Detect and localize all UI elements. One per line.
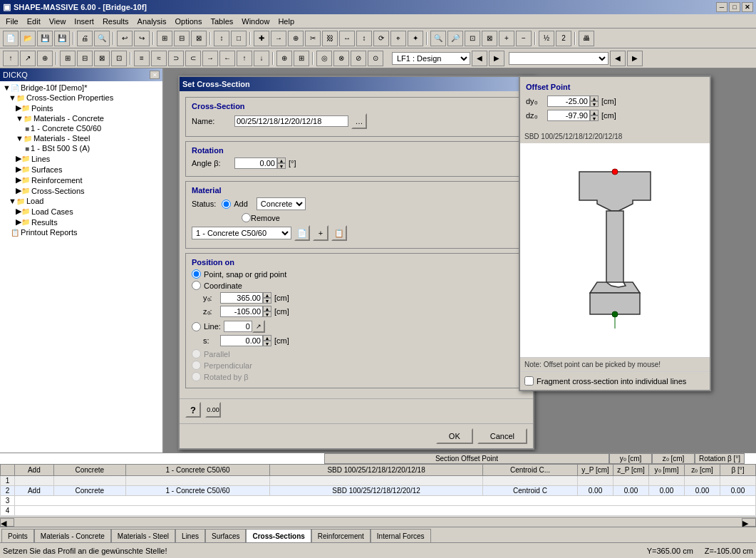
menu-options[interactable]: Options — [171, 16, 207, 27]
new-button[interactable]: 📄 — [3, 31, 19, 46]
cs-browse-button[interactable]: … — [351, 113, 367, 129]
tool7[interactable]: ↕ — [356, 31, 372, 46]
menu-insert[interactable]: Insert — [70, 16, 98, 27]
tree-item-load-cases[interactable]: ▶ 📁 Load Cases — [0, 206, 162, 217]
tab-lines[interactable]: Lines — [175, 529, 205, 542]
menu-analysis[interactable]: Analysis — [133, 16, 171, 27]
mat-icon1[interactable]: 📄 — [294, 225, 310, 241]
tool3[interactable]: ⊕ — [288, 31, 304, 46]
tree-item-points[interactable]: ▶ 📁 Points — [0, 103, 162, 113]
scroll-track[interactable] — [14, 518, 742, 527]
line-browse[interactable]: ↗ — [252, 320, 265, 333]
tab-surfaces[interactable]: Surfaces — [205, 529, 246, 542]
t2-8[interactable]: ≡ — [134, 51, 150, 66]
results-combo[interactable] — [509, 52, 609, 65]
tree-item-surfaces[interactable]: ▶ 📁 Surfaces — [0, 164, 162, 175]
z0-spin-down[interactable]: ▼ — [263, 311, 271, 317]
close-button[interactable]: ✕ — [742, 2, 753, 12]
t2-15[interactable]: ↓ — [254, 51, 269, 66]
dy0-input[interactable] — [547, 95, 590, 107]
scroll-left-button[interactable]: ◀ — [0, 518, 14, 527]
table-row-1[interactable]: 1 — [1, 476, 756, 486]
s-spin-up[interactable]: ▲ — [263, 335, 271, 341]
zoom2[interactable]: 🔎 — [447, 31, 463, 46]
table-row-2[interactable]: 2 Add Concrete 1 - Concrete C50/60 SBD 1… — [1, 486, 756, 496]
tree-item-cross-section-props[interactable]: ▼ 📁 Cross-Section Properties — [0, 93, 162, 103]
grid3-button[interactable]: ⊠ — [191, 31, 207, 46]
tree-item-bst500[interactable]: ■ 1 - BSt 500 S (A) — [0, 143, 162, 153]
mat-icon2[interactable]: + — [313, 225, 328, 241]
tree-item-concrete-c5060[interactable]: ■ 1 - Concrete C50/60 — [0, 123, 162, 133]
open-button[interactable]: 📂 — [20, 31, 36, 46]
t2-16[interactable]: ⊕ — [276, 51, 292, 66]
menu-tables[interactable]: Tables — [206, 16, 237, 27]
angle-spin-down[interactable]: ▼ — [277, 163, 286, 169]
dz0-spin-down[interactable]: ▼ — [590, 115, 599, 121]
table-scroll[interactable]: Add Concrete 1 - Concrete C50/60 SBD 100… — [0, 464, 756, 517]
zoom6[interactable]: − — [516, 31, 532, 46]
table-row-4[interactable]: 4 — [1, 506, 756, 516]
table-row-3[interactable]: 3 — [1, 496, 756, 506]
snap-button[interactable]: ↕ — [214, 31, 229, 46]
remove-radio[interactable] — [242, 213, 251, 222]
tab-points[interactable]: Points — [1, 529, 34, 542]
set-cross-section-dialog[interactable]: Set Cross-Section ✕ Cross-Section Name: … — [178, 76, 534, 450]
tool1[interactable]: ✚ — [254, 31, 269, 46]
t2-nav3[interactable]: ◀ — [610, 51, 626, 66]
t2-9[interactable]: ≈ — [151, 51, 167, 66]
t2-1[interactable]: ↑ — [3, 51, 19, 66]
tab-materials-concrete[interactable]: Materials - Concrete — [34, 529, 111, 542]
tab-cross-sections[interactable]: Cross-Sections — [246, 529, 311, 542]
undo-button[interactable]: ↩ — [117, 31, 133, 46]
tree-item-reinforcement[interactable]: ▶ 📁 Reinforcement — [0, 175, 162, 185]
angle-input[interactable] — [234, 157, 277, 169]
y0-spin-up[interactable]: ▲ — [263, 292, 271, 298]
tool6[interactable]: ↔ — [339, 31, 355, 46]
reset-button[interactable]: 0.00 — [205, 402, 221, 418]
t2-18[interactable]: ◎ — [316, 51, 332, 66]
material-select[interactable]: 1 - Concrete C50/60 — [192, 227, 291, 239]
t2-17[interactable]: ⊞ — [294, 51, 309, 66]
tool8[interactable]: ⟳ — [373, 31, 389, 46]
s-spin-down[interactable]: ▼ — [263, 341, 271, 346]
zoom4[interactable]: ⊠ — [482, 31, 497, 46]
dz0-input[interactable] — [547, 110, 590, 121]
y0-input[interactable] — [220, 292, 263, 304]
redo-button[interactable]: ↪ — [134, 31, 150, 46]
t2-6[interactable]: ⊠ — [94, 51, 110, 66]
tab-materials-steel[interactable]: Materials - Steel — [111, 529, 175, 542]
tool4[interactable]: ✂ — [305, 31, 321, 46]
mat-icon3[interactable]: 📋 — [331, 225, 347, 241]
dy0-spin-down[interactable]: ▼ — [590, 101, 599, 107]
t2-4[interactable]: ⊞ — [60, 51, 76, 66]
lf-select[interactable]: LF1 : Design — [392, 52, 470, 65]
angle-spin-up[interactable]: ▲ — [277, 157, 286, 163]
material-type-select[interactable]: Concrete Steel — [257, 197, 306, 210]
tree-item-bridge[interactable]: ▼ 📄 Bridge-10f [Demo]* — [0, 83, 162, 93]
t2-13[interactable]: ← — [219, 51, 235, 66]
dy0-spin-up[interactable]: ▲ — [590, 95, 599, 101]
tree-item-materials-concrete[interactable]: ▼ 📁 Materials - Concrete — [0, 113, 162, 123]
tree-item-results[interactable]: ▶ 📁 Results — [0, 217, 162, 227]
minimize-button[interactable]: ─ — [716, 2, 727, 12]
grid-button[interactable]: ⊞ — [157, 31, 172, 46]
fragment-checkbox[interactable] — [524, 376, 534, 386]
tool2[interactable]: → — [271, 31, 286, 46]
tool10[interactable]: ✦ — [408, 31, 423, 46]
menu-view[interactable]: View — [45, 16, 71, 27]
print-button[interactable]: 🖨 — [77, 31, 93, 46]
tool9[interactable]: ⌖ — [390, 31, 406, 46]
t2-10[interactable]: ⊃ — [168, 51, 184, 66]
menu-window[interactable]: Window — [237, 16, 274, 27]
scroll-right-button[interactable]: ▶ — [742, 518, 756, 527]
tab-reinforcement[interactable]: Reinforcement — [311, 529, 371, 542]
pos-option2-radio[interactable] — [192, 281, 201, 290]
t2-nav4[interactable]: ▶ — [627, 51, 643, 66]
zoom5[interactable]: + — [499, 31, 514, 46]
y0-spin-down[interactable]: ▼ — [263, 298, 271, 304]
t2-11[interactable]: ⊂ — [185, 51, 201, 66]
menu-results[interactable]: Results — [98, 16, 133, 27]
tree-item-materials-steel[interactable]: ▼ 📁 Materials - Steel — [0, 133, 162, 143]
tree-item-cross-sections[interactable]: ▶ 📁 Cross-Sections — [0, 185, 162, 196]
t2-20[interactable]: ⊘ — [351, 51, 366, 66]
